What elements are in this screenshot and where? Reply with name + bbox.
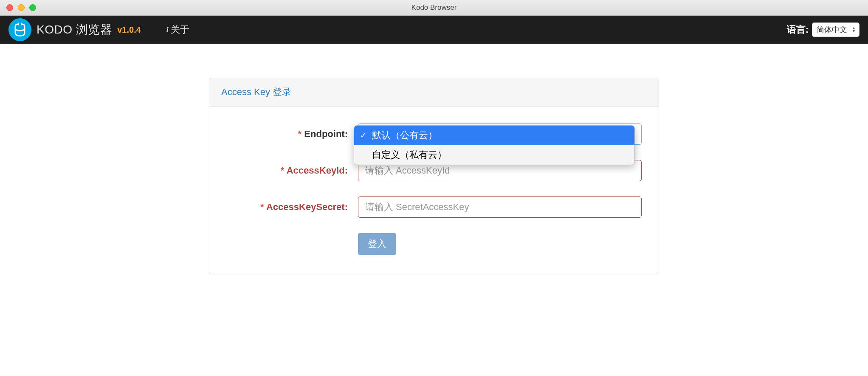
endpoint-row: * Endpoint: ▲▼ ✓ 默认（公有云） 自定义（私有云） — [226, 123, 642, 145]
panel-heading: Access Key 登录 — [209, 78, 659, 107]
language-label: 语言: — [787, 23, 809, 36]
endpoint-select[interactable]: ▲▼ ✓ 默认（公有云） 自定义（私有云） — [358, 123, 642, 145]
required-asterisk: * — [260, 202, 266, 212]
language-select[interactable]: 简体中文 ▲▼ — [812, 22, 860, 37]
window-minimize-button[interactable] — [18, 4, 25, 11]
window-title-bar: Kodo Browser — [0, 0, 868, 16]
access-key-secret-input[interactable] — [358, 196, 642, 218]
app-logo-icon — [8, 18, 31, 41]
app-version: v1.0.4 — [117, 25, 141, 35]
about-link[interactable]: i 关于 — [166, 23, 189, 36]
access-key-secret-label: * AccessKeySecret: — [226, 202, 358, 213]
check-icon: ✓ — [360, 131, 366, 140]
access-key-id-label: * AccessKeyId: — [226, 165, 358, 176]
endpoint-label: * Endpoint: — [226, 129, 358, 140]
endpoint-option-default[interactable]: ✓ 默认（公有云） — [354, 126, 634, 145]
language-value: 简体中文 — [817, 25, 847, 34]
endpoint-option-custom[interactable]: 自定义（私有云） — [354, 145, 634, 165]
window-controls — [0, 4, 36, 11]
access-key-secret-row: * AccessKeySecret: — [226, 196, 642, 218]
endpoint-dropdown: ✓ 默认（公有云） 自定义（私有云） — [354, 125, 635, 165]
login-button[interactable]: 登入 — [358, 233, 396, 255]
language-selector-container: 语言: 简体中文 ▲▼ — [787, 22, 860, 37]
info-icon: i — [166, 25, 169, 34]
login-panel: Access Key 登录 * Endpoint: ▲▼ ✓ 默认（公有云） — [209, 78, 659, 274]
panel-title: Access Key 登录 — [221, 87, 291, 97]
app-title: KODO 浏览器 — [37, 22, 112, 38]
panel-body: * Endpoint: ▲▼ ✓ 默认（公有云） 自定义（私有云） — [209, 107, 659, 274]
select-arrows-icon: ▲▼ — [852, 27, 856, 33]
app-header: KODO 浏览器 v1.0.4 i 关于 语言: 简体中文 ▲▼ — [0, 16, 868, 44]
window-maximize-button[interactable] — [29, 4, 36, 11]
window-title: Kodo Browser — [411, 3, 457, 12]
required-asterisk: * — [281, 165, 287, 176]
window-close-button[interactable] — [6, 4, 13, 11]
required-asterisk: * — [298, 129, 304, 139]
about-label: 关于 — [171, 23, 189, 36]
